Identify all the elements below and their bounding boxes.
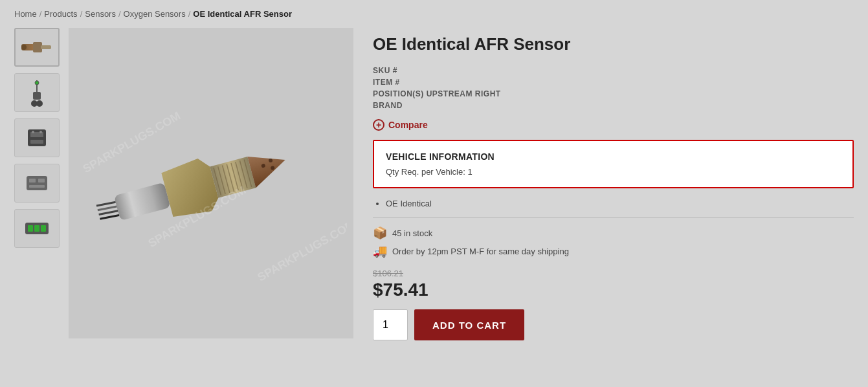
thumbnail-4[interactable] [14,164,60,203]
svg-rect-22 [114,182,171,221]
stock-info: 📦 45 in stock 🚚 Order by 12pm PST M-F fo… [373,226,854,258]
stock-row: 📦 45 in stock [373,226,854,240]
breadcrumb-home[interactable]: Home [14,9,37,19]
svg-rect-9 [28,129,46,146]
breadcrumb: Home / Products / Sensors / Oxygen Senso… [0,0,868,28]
thumbnail-3[interactable] [14,118,60,157]
sale-price: $75.41 [373,280,854,300]
svg-line-36 [98,205,117,212]
product-gallery: SPARKPLUGS.COM SPARKPLUGS.COM SPARKPLUGS… [14,28,353,340]
svg-point-3 [21,45,27,50]
svg-rect-20 [34,225,39,232]
svg-rect-8 [33,92,41,100]
svg-rect-2 [41,45,51,49]
breadcrumb-oxygen-sensors[interactable]: Oxygen Sensors [124,9,186,19]
main-product-image: SPARKPLUGS.COM SPARKPLUGS.COM SPARKPLUGS… [69,28,353,338]
svg-rect-19 [28,225,33,232]
truck-icon: 🚚 [373,244,387,258]
svg-point-12 [32,131,34,133]
svg-text:SPARKPLUGS.COM: SPARKPLUGS.COM [80,109,183,176]
thumbnail-list [14,28,61,340]
svg-point-13 [39,131,42,133]
svg-rect-16 [38,179,45,182]
svg-point-7 [36,100,43,107]
breadcrumb-current: OE Identical AFR Sensor [193,9,292,19]
add-to-cart-button[interactable]: ADD TO CART [414,309,524,340]
breadcrumb-sep-3: / [118,9,121,19]
box-icon: 📦 [373,226,387,240]
breadcrumb-sep-4: / [188,9,191,19]
divider [373,217,854,218]
breadcrumb-sep-1: / [39,9,42,19]
product-details: OE Identical AFR Sensor SKU # ITEM # POS… [373,28,854,340]
svg-rect-1 [33,42,42,52]
add-to-cart-row: ADD TO CART [373,309,854,340]
shipping-note: Order by 12pm PST M-F for same day shipp… [392,247,569,256]
product-meta: SKU # ITEM # POSITION(S) UPSTREAM RIGHT … [373,66,854,110]
vehicle-info-qty: Qty Req. per Vehicle: 1 [386,167,841,177]
compare-icon: + [373,119,384,131]
vehicle-info-title: VEHICLE INFORMATION [386,151,841,162]
breadcrumb-sep-2: / [80,9,83,19]
compare-button[interactable]: + Compare [373,119,854,131]
svg-rect-15 [29,179,36,182]
original-price: $106.21 [373,269,854,278]
main-content: SPARKPLUGS.COM SPARKPLUGS.COM SPARKPLUGS… [0,28,868,360]
breadcrumb-products[interactable]: Products [44,9,77,19]
feature-item-1: OE Identical [386,199,854,208]
thumbnail-5[interactable] [14,209,60,248]
svg-rect-21 [41,225,46,232]
shipping-row: 🚚 Order by 12pm PST M-F for same day shi… [373,244,854,258]
meta-item: ITEM # [373,78,854,87]
meta-sku: SKU # [373,66,854,75]
thumbnail-1[interactable] [14,28,60,67]
svg-rect-11 [30,140,43,144]
meta-position: POSITION(S) UPSTREAM RIGHT [373,89,854,98]
features-list: OE Identical [373,199,854,208]
compare-label: Compare [388,120,428,130]
svg-point-5 [35,81,39,85]
price-section: $106.21 $75.41 [373,269,854,300]
meta-brand: BRAND [373,101,854,110]
product-title: OE Identical AFR Sensor [373,34,854,54]
svg-line-35 [96,201,115,207]
svg-text:SPARKPLUGS.COM: SPARKPLUGS.COM [255,217,347,284]
svg-rect-17 [29,185,45,188]
svg-rect-14 [27,176,47,190]
breadcrumb-sensors[interactable]: Sensors [85,9,116,19]
thumbnail-2[interactable] [14,73,60,112]
stock-count: 45 in stock [392,228,432,238]
svg-line-37 [99,210,118,216]
quantity-input[interactable] [373,309,408,340]
vehicle-info-box: VEHICLE INFORMATION Qty Req. per Vehicle… [373,140,854,188]
svg-line-38 [100,214,118,221]
